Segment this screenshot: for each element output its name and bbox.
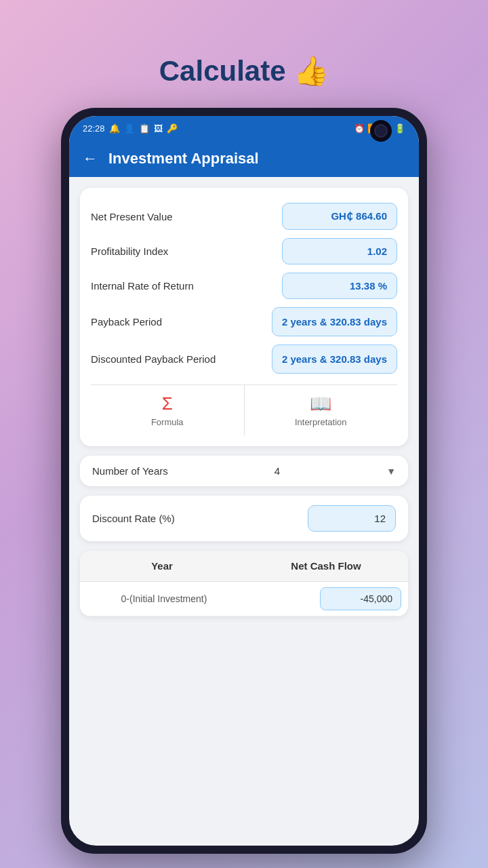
discount-rate-card: Discount Rate (%) 12: [80, 496, 408, 541]
pp-label: Payback Period: [91, 316, 272, 328]
interpretation-label: Interpretation: [295, 417, 347, 427]
table-header: Year Net Cash Flow: [80, 551, 408, 582]
status-icon-image: 🖼: [154, 123, 163, 134]
cell-year-0: 0-(Initial Investment): [80, 585, 248, 612]
status-icon-notification: 🔔: [109, 123, 120, 134]
status-left: 22:28 🔔 👤 📋 🖼 🔑: [83, 123, 178, 134]
pi-value: 1.02: [282, 238, 397, 264]
main-content: Net Present Value GH₵ 864.60 Profitabili…: [69, 177, 419, 846]
dpp-value: 2 years & 320.83 days: [272, 344, 397, 374]
number-of-years-label: Number of Years: [92, 465, 168, 477]
app-header: ← Investment Appraisal: [69, 140, 419, 177]
npv-label: Net Present Value: [91, 211, 282, 222]
results-card: Net Present Value GH₵ 864.60 Profitabili…: [80, 188, 408, 446]
table-row: 0-(Initial Investment) -45,000: [80, 582, 408, 616]
discount-rate-input[interactable]: 12: [308, 505, 396, 532]
camera-notch: [370, 120, 392, 142]
app-header-title: Investment Appraisal: [108, 150, 259, 167]
cash-flow-table: Year Net Cash Flow 0-(Initial Investment…: [80, 551, 408, 616]
status-icon-file: 📋: [139, 123, 150, 134]
back-button[interactable]: ←: [83, 150, 98, 167]
result-row-pi: Profitability Index 1.02: [91, 234, 397, 269]
tabs-row: Σ Formula 📖 Interpretation: [91, 384, 397, 435]
formula-icon: Σ: [162, 393, 173, 414]
dropdown-arrow-icon: ▼: [386, 466, 396, 477]
status-icon-person: 👤: [124, 123, 135, 134]
status-icon-key: 🔑: [167, 123, 178, 134]
result-row-pp: Payback Period 2 years & 320.83 days: [91, 303, 397, 340]
col-header-cashflow: Net Cash Flow: [244, 551, 408, 581]
npv-value: GH₵ 864.60: [282, 203, 397, 230]
irr-label: Internal Rate of Return: [91, 280, 282, 292]
pi-label: Profitability Index: [91, 245, 282, 257]
camera-lens: [374, 124, 388, 138]
tab-formula[interactable]: Σ Formula: [91, 385, 245, 435]
pp-value: 2 years & 320.83 days: [272, 307, 397, 336]
interpretation-icon: 📖: [310, 393, 331, 414]
formula-label: Formula: [151, 417, 184, 427]
result-row-dpp: Discounted Payback Period 2 years & 320.…: [91, 340, 397, 378]
cell-cashflow-0[interactable]: -45,000: [248, 582, 408, 616]
battery-icon: 🔋: [394, 123, 405, 134]
number-of-years-card[interactable]: Number of Years 4 ▼: [80, 456, 408, 486]
dpp-label: Discounted Payback Period: [91, 353, 272, 365]
discount-rate-label: Discount Rate (%): [92, 513, 300, 524]
phone-frame: 22:28 🔔 👤 📋 🖼 🔑 ⏰ 📶 📡 🔋 ← Investment App…: [61, 108, 427, 854]
tab-interpretation[interactable]: 📖 Interpretation: [245, 385, 398, 435]
alarm-icon: ⏰: [354, 123, 365, 134]
status-bar: 22:28 🔔 👤 📋 🖼 🔑 ⏰ 📶 📡 🔋: [69, 116, 419, 140]
col-header-year: Year: [80, 551, 244, 581]
cashflow-input-0[interactable]: -45,000: [320, 587, 401, 610]
phone-screen: 22:28 🔔 👤 📋 🖼 🔑 ⏰ 📶 📡 🔋 ← Investment App…: [69, 116, 419, 846]
page-title: Calculate 👍: [159, 54, 329, 87]
number-of-years-value: 4: [274, 465, 280, 477]
result-row-irr: Internal Rate of Return 13.38 %: [91, 269, 397, 303]
irr-value: 13.38 %: [282, 273, 397, 299]
result-row-npv: Net Present Value GH₵ 864.60: [91, 199, 397, 234]
time-display: 22:28: [83, 123, 105, 134]
